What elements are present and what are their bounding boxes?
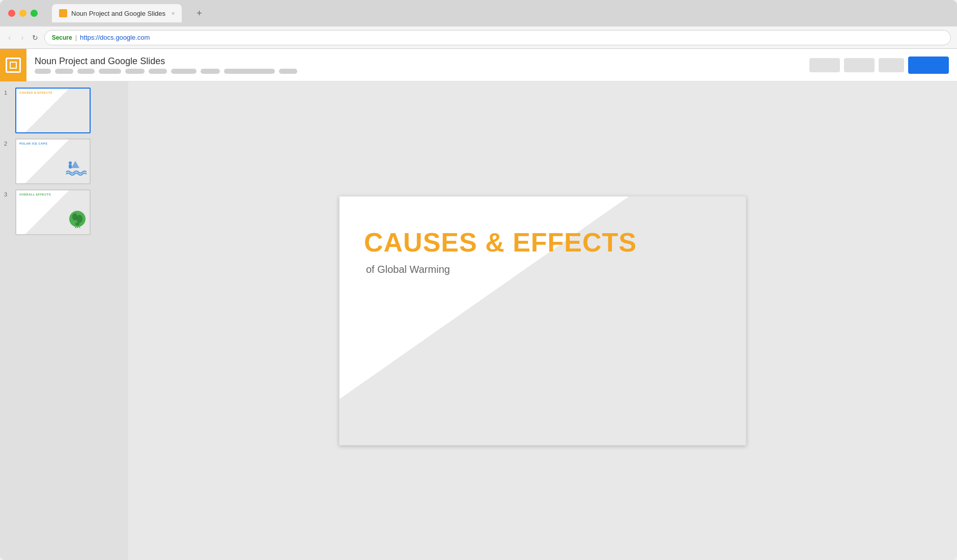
tab-close-button[interactable]: × bbox=[172, 10, 175, 16]
slide-editor: CAUSES & EFFECTS of Global Warming bbox=[128, 81, 957, 560]
toolbar-menu bbox=[35, 69, 801, 74]
secure-badge: Secure bbox=[52, 34, 72, 41]
url-bar[interactable]: Secure | https://docs.google.com bbox=[44, 30, 951, 45]
toolbar-action-3[interactable] bbox=[879, 58, 904, 72]
toolbar-right bbox=[809, 57, 957, 74]
slide-number-1: 1 bbox=[4, 88, 11, 96]
app-title: Noun Project and Google Slides bbox=[35, 56, 801, 67]
menu-tools[interactable] bbox=[201, 69, 220, 74]
svg-point-0 bbox=[69, 161, 72, 164]
refresh-button[interactable]: ↻ bbox=[32, 34, 38, 42]
slides-panel: 1 CAUSES & EFFECTS 2 POLAR ICE CAPS bbox=[0, 81, 128, 560]
forward-button[interactable]: › bbox=[19, 31, 25, 44]
address-bar: ‹ › ↻ Secure | https://docs.google.com bbox=[0, 26, 957, 49]
slide-number-2: 2 bbox=[4, 138, 11, 147]
slide-2-label: POLAR ICE CAPS bbox=[19, 142, 47, 145]
slide-thumbnail-1[interactable]: CAUSES & EFFECTS bbox=[15, 88, 91, 133]
url-text: https://docs.google.com bbox=[80, 34, 150, 41]
app-title-area: Noun Project and Google Slides bbox=[26, 56, 809, 74]
slide-1-diagonal-bg bbox=[16, 89, 90, 132]
app-logo bbox=[0, 49, 26, 81]
menu-edit[interactable] bbox=[55, 69, 73, 74]
tab-favicon bbox=[59, 9, 67, 17]
svg-point-5 bbox=[76, 215, 82, 223]
menu-slide[interactable] bbox=[149, 69, 167, 74]
slide-item-1[interactable]: 1 CAUSES & EFFECTS bbox=[4, 88, 124, 133]
menu-help[interactable] bbox=[279, 69, 297, 74]
slide-main-title: CAUSES & EFFECTS bbox=[364, 227, 637, 258]
menu-view[interactable] bbox=[77, 69, 95, 74]
slide-subtitle: of Global Warming bbox=[366, 264, 450, 275]
app-header: Noun Project and Google Slides bbox=[0, 49, 957, 81]
menu-arrange[interactable] bbox=[171, 69, 196, 74]
maximize-button[interactable] bbox=[31, 10, 38, 17]
svg-marker-2 bbox=[71, 161, 79, 168]
present-button[interactable] bbox=[908, 57, 949, 74]
menu-file[interactable] bbox=[35, 69, 51, 74]
browser-tab[interactable]: Noun Project and Google Slides × bbox=[52, 4, 182, 22]
url-separator: | bbox=[75, 34, 77, 41]
slide-3-icon bbox=[68, 210, 87, 230]
slide-item-2[interactable]: 2 POLAR ICE CAPS bbox=[4, 138, 124, 184]
svg-rect-1 bbox=[69, 164, 72, 169]
toolbar-action-1[interactable] bbox=[809, 58, 840, 72]
tab-title: Noun Project and Google Slides bbox=[71, 10, 165, 17]
minimize-button[interactable] bbox=[19, 10, 26, 17]
new-tab-button[interactable]: + bbox=[192, 6, 206, 20]
main-content: 1 CAUSES & EFFECTS 2 POLAR ICE CAPS bbox=[0, 81, 957, 560]
slides-logo-icon bbox=[6, 58, 21, 73]
slide-1-label: CAUSES & EFFECTS bbox=[19, 91, 52, 94]
title-bar: Noun Project and Google Slides × + bbox=[0, 0, 957, 26]
slides-logo-inner bbox=[10, 62, 17, 69]
slide-number-3: 3 bbox=[4, 189, 11, 198]
slide-3-label: OVERALL EFFECTS bbox=[19, 193, 51, 196]
svg-point-6 bbox=[75, 222, 79, 226]
slide-canvas[interactable]: CAUSES & EFFECTS of Global Warming bbox=[339, 196, 746, 445]
back-button[interactable]: ‹ bbox=[6, 31, 13, 44]
slide-thumbnail-2[interactable]: POLAR ICE CAPS bbox=[15, 138, 91, 184]
traffic-lights bbox=[8, 10, 38, 17]
menu-insert[interactable] bbox=[99, 69, 121, 74]
slide-thumbnail-3[interactable]: OVERALL EFFECTS bbox=[15, 189, 91, 235]
close-button[interactable] bbox=[8, 10, 15, 17]
browser-window: Noun Project and Google Slides × + ‹ › ↻… bbox=[0, 0, 957, 560]
slide-item-3[interactable]: 3 OVERALL EFFECTS bbox=[4, 189, 124, 235]
menu-format[interactable] bbox=[125, 69, 145, 74]
slide-2-icon bbox=[65, 159, 87, 179]
menu-addons[interactable] bbox=[224, 69, 275, 74]
toolbar-action-2[interactable] bbox=[844, 58, 875, 72]
